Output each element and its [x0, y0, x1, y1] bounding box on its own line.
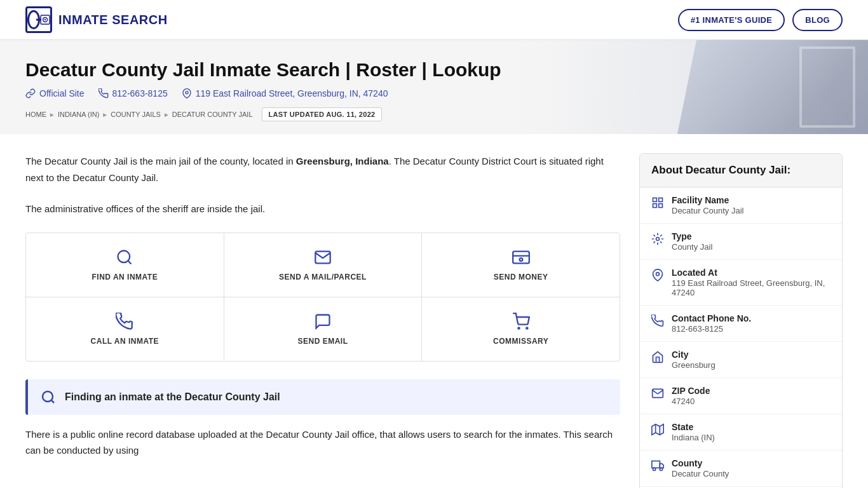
zip-label: ZIP Code — [672, 386, 710, 396]
county-label: County — [672, 458, 729, 468]
commissary-cell[interactable]: COMMISSARY — [422, 297, 620, 361]
send-email-cell[interactable]: SEND EMAIL — [224, 297, 423, 361]
logo-area: INMATE SEARCH — [25, 6, 168, 33]
city-icon — [651, 351, 664, 363]
official-site-label: Official Site — [39, 88, 85, 98]
money-icon — [512, 248, 530, 266]
main-content: The Decatur County Jail is the main jail… — [25, 153, 620, 488]
info-box: Finding an inmate at the Decatur County … — [25, 379, 620, 415]
state-content: State Indiana (IN) — [672, 422, 715, 442]
guide-button[interactable]: #1 INMATE'S GUIDE — [678, 9, 785, 31]
info-box-text: Finding an inmate at the Decatur County … — [65, 391, 280, 403]
cart-icon — [512, 313, 530, 330]
type-icon — [651, 233, 664, 245]
description-para2: The administrative offices of the sherif… — [25, 201, 620, 217]
link-icon — [25, 88, 36, 98]
send-money-label: SEND MONEY — [494, 273, 548, 281]
desc-text-1: The Decatur County Jail is the main jail… — [25, 156, 296, 166]
state-value: Indiana (IN) — [672, 433, 715, 442]
breadcrumb-county-jails[interactable]: COUNTY JAILS — [111, 111, 161, 118]
located-at-value: 119 East Railroad Street, Greensburg, IN… — [672, 278, 831, 297]
last-updated-badge: LAST UPDATED AUG. 11, 2022 — [262, 107, 383, 121]
sidebar-card: About Decatur County Jail: Facility Name… — [639, 153, 843, 488]
county-icon — [651, 459, 664, 472]
logo-svg — [40, 11, 50, 29]
info-search-icon — [41, 390, 56, 405]
phone-call-icon — [116, 313, 133, 330]
sidebar-phone: Contact Phone No. 812-663-8125 — [640, 306, 842, 342]
blog-button[interactable]: BLOG — [792, 9, 843, 31]
facility-name-label: Facility Name — [672, 195, 743, 205]
call-inmate-cell[interactable]: CALL AN INMATE — [26, 297, 224, 361]
phone-meta: 812-663-8125 — [98, 88, 168, 98]
type-value: County Jail — [672, 242, 712, 252]
header-nav: #1 INMATE'S GUIDE BLOG — [678, 9, 843, 31]
address-text: 119 East Railroad Street, Greensburg, IN… — [196, 88, 388, 98]
email-icon — [314, 313, 332, 330]
svg-marker-23 — [660, 464, 663, 468]
sidebar: About Decatur County Jail: Facility Name… — [639, 153, 843, 488]
zip-icon — [651, 387, 664, 400]
map-icon — [651, 423, 664, 436]
svg-point-8 — [519, 258, 522, 261]
logo-icon — [25, 6, 52, 33]
find-inmate-label: FIND AN INMATE — [92, 273, 158, 281]
action-row-2: CALL AN INMATE SEND EMAIL COMMISSARY — [26, 297, 620, 361]
call-inmate-label: CALL AN INMATE — [91, 337, 159, 346]
svg-line-12 — [51, 400, 54, 402]
send-mail-cell[interactable]: SEND A MAIL/PARCEL — [224, 233, 423, 297]
action-row-1: FIND AN INMATE SEND A MAIL/PARCEL — [26, 233, 620, 297]
sidebar-county: County Decatur County — [640, 451, 842, 487]
description-para1: The Decatur County Jail is the main jail… — [25, 153, 620, 186]
breadcrumb-home[interactable]: HOME — [25, 111, 46, 118]
city-value: Greensburg — [672, 360, 715, 370]
hero-banner: Decatur County Jail Inmate Search | Rost… — [0, 40, 868, 134]
zip-value: 47240 — [672, 396, 710, 406]
sidebar-facility-name: Facility Name Decatur County Jail — [640, 187, 842, 224]
county-content: County Decatur County — [672, 458, 729, 478]
type-content: Type County Jail — [672, 231, 712, 252]
mail-icon — [314, 248, 332, 266]
located-at-label: Located At — [672, 268, 831, 278]
official-site-link[interactable]: Official Site — [25, 88, 85, 98]
body-text: There is a public online record database… — [25, 426, 620, 459]
svg-rect-14 — [659, 198, 663, 202]
svg-point-2 — [44, 19, 46, 20]
sep2: ► — [102, 111, 108, 118]
header: INMATE SEARCH #1 INMATE'S GUIDE BLOG — [0, 0, 868, 40]
page-title: Decatur County Jail Inmate Search | Rost… — [25, 59, 843, 81]
svg-rect-15 — [659, 204, 663, 208]
location-icon — [182, 88, 192, 98]
location-pin-icon — [651, 269, 664, 281]
sidebar-phone-icon — [651, 315, 664, 327]
phone-label: Contact Phone No. — [672, 313, 751, 323]
svg-point-3 — [186, 92, 188, 94]
facility-name-value: Decatur County Jail — [672, 206, 743, 215]
send-money-cell[interactable]: SEND MONEY — [422, 233, 620, 297]
action-grid: FIND AN INMATE SEND A MAIL/PARCEL — [25, 233, 620, 362]
state-label: State — [672, 422, 715, 432]
sidebar-state: State Indiana (IN) — [640, 414, 842, 451]
commissary-label: COMMISSARY — [493, 337, 548, 346]
sep3: ► — [163, 111, 170, 118]
county-value: Decatur County — [672, 469, 729, 478]
svg-point-10 — [526, 327, 527, 329]
svg-line-5 — [128, 261, 132, 264]
type-label: Type — [672, 231, 712, 241]
svg-point-11 — [43, 391, 53, 402]
logo-text: INMATE SEARCH — [58, 13, 168, 27]
desc-bold: Greensburg, Indiana — [296, 156, 389, 166]
breadcrumb: HOME ► INDIANA (IN) ► COUNTY JAILS ► DEC… — [25, 107, 843, 121]
svg-point-25 — [660, 468, 662, 470]
svg-point-4 — [118, 250, 130, 262]
located-at-content: Located At 119 East Railroad Street, Gre… — [672, 268, 831, 297]
phone-content: Contact Phone No. 812-663-8125 — [672, 313, 751, 334]
svg-point-17 — [656, 238, 660, 241]
city-label: City — [672, 349, 715, 360]
breadcrumb-state[interactable]: INDIANA (IN) — [58, 111, 99, 118]
breadcrumb-current: DECATUR COUNTY JAIL — [172, 111, 253, 118]
find-inmate-cell[interactable]: FIND AN INMATE — [26, 233, 224, 297]
svg-rect-22 — [652, 461, 660, 468]
svg-point-9 — [518, 327, 519, 329]
sep1: ► — [49, 111, 55, 118]
